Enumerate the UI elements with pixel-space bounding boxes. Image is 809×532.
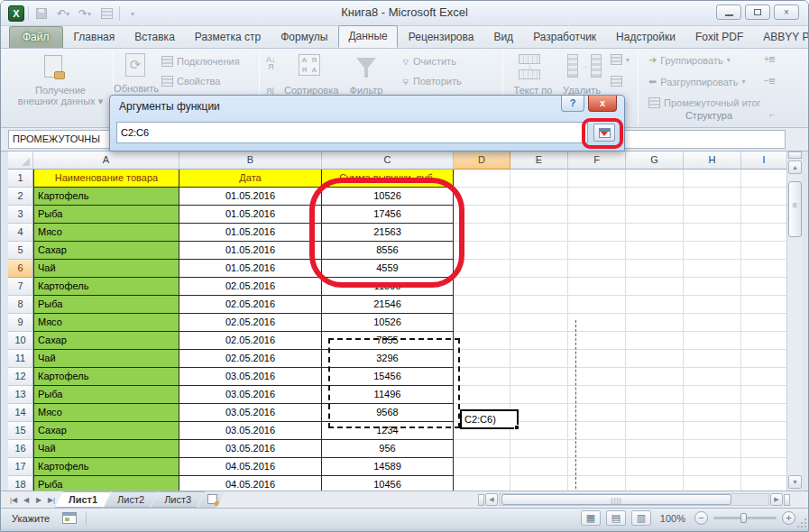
cell[interactable]: Наименование товара [33, 170, 179, 188]
cell[interactable] [568, 296, 626, 314]
cell[interactable]: Картофель [33, 188, 179, 206]
cell[interactable] [454, 368, 510, 386]
cell[interactable] [510, 458, 568, 476]
cell[interactable]: 03.05.2016 [179, 404, 322, 422]
cell[interactable]: 03.05.2016 [179, 386, 322, 404]
cell[interactable] [741, 476, 787, 491]
cell[interactable] [568, 170, 626, 188]
cell[interactable] [568, 332, 626, 350]
cell[interactable] [510, 440, 568, 458]
cell[interactable] [568, 224, 626, 242]
row-header-2[interactable]: 2 [8, 188, 33, 206]
macro-record-icon[interactable] [62, 512, 77, 524]
cell[interactable] [741, 422, 787, 440]
cell[interactable]: 14589 [322, 458, 454, 476]
cell[interactable] [510, 404, 568, 422]
cell[interactable] [626, 440, 684, 458]
cell[interactable] [568, 314, 626, 332]
cell[interactable]: Мясо [33, 314, 179, 332]
cell[interactable]: Рыба [33, 206, 179, 224]
subtotal-button[interactable]: Промежуточный итог [648, 97, 761, 108]
cell[interactable] [684, 296, 741, 314]
cell[interactable]: 03.05.2016 [179, 368, 322, 386]
cell[interactable] [510, 278, 568, 296]
scroll-up-icon[interactable]: ▲ [788, 161, 802, 174]
cell[interactable] [684, 278, 741, 296]
row-header-17[interactable]: 17 [8, 458, 33, 476]
cell[interactable] [626, 188, 684, 206]
cell[interactable]: Сахар [33, 332, 179, 350]
tab-разработчик[interactable]: Разработчик [524, 27, 605, 48]
zoom-slider-thumb[interactable] [740, 513, 747, 523]
cell[interactable] [741, 440, 787, 458]
h-scroll-thumb[interactable]: |||| [501, 494, 731, 505]
cell[interactable] [454, 314, 510, 332]
next-sheet-icon[interactable]: ▶ [33, 496, 44, 504]
cell[interactable] [454, 476, 510, 491]
restore-button[interactable] [745, 5, 770, 20]
cell[interactable] [568, 242, 626, 260]
tab-формулы[interactable]: Формулы [271, 27, 336, 48]
column-header-H[interactable]: H [684, 151, 741, 170]
cell[interactable] [510, 170, 568, 188]
get-external-data-button[interactable]: Получение внешних данных ▾ [14, 85, 107, 107]
reapply-filter-button[interactable]: 🜃Повторить [401, 76, 462, 87]
cell[interactable] [684, 188, 741, 206]
cell[interactable]: Мясо [33, 224, 179, 242]
row-header-11[interactable]: 11 [8, 350, 33, 368]
row-header-10[interactable]: 10 [8, 332, 33, 350]
column-header-I[interactable]: I [741, 151, 787, 170]
first-sheet-icon[interactable]: |◀ [8, 496, 19, 504]
cell[interactable] [510, 188, 568, 206]
cell[interactable] [626, 278, 684, 296]
cell[interactable] [568, 260, 626, 278]
cell[interactable]: 21546 [322, 296, 454, 314]
cell[interactable]: 10526 [322, 314, 454, 332]
cell[interactable] [626, 260, 684, 278]
refresh-button[interactable]: Обновить [113, 83, 160, 94]
tab-abbyy-pdf-tra[interactable]: ABBYY PDF Tra [754, 27, 809, 48]
tab-данные[interactable]: Данные [338, 25, 397, 48]
cell[interactable]: 02.05.2016 [179, 332, 322, 350]
cell[interactable]: 02.05.2016 [179, 314, 322, 332]
cell[interactable]: 04.05.2016 [179, 476, 322, 491]
select-all-corner[interactable] [8, 151, 33, 170]
v-scroll-thumb[interactable] [788, 181, 802, 237]
cell[interactable] [510, 224, 568, 242]
row-header-13[interactable]: 13 [8, 386, 33, 404]
cell[interactable] [510, 332, 568, 350]
cell[interactable] [510, 260, 568, 278]
cell[interactable] [684, 260, 741, 278]
cell[interactable] [684, 440, 741, 458]
cell[interactable] [741, 224, 787, 242]
cell[interactable] [510, 386, 568, 404]
zoom-slider[interactable] [713, 517, 777, 519]
cell[interactable]: Картофель [33, 278, 179, 296]
name-box[interactable]: ПРОМЕЖУТОЧНЫ [8, 130, 118, 149]
structure-dialog-launcher-icon[interactable]: ⌐ [769, 110, 774, 119]
cell[interactable] [568, 386, 626, 404]
cell[interactable]: 03.05.2016 [179, 422, 322, 440]
row-header-12[interactable]: 12 [8, 368, 33, 386]
cell[interactable] [741, 296, 787, 314]
scroll-left-icon[interactable]: ◀ [485, 493, 498, 506]
v-split-handle[interactable] [788, 151, 802, 159]
page-break-view-icon[interactable]: ▥ [631, 510, 651, 526]
tab-рецензирова[interactable]: Рецензирова [400, 27, 483, 48]
row-header-14[interactable]: 14 [8, 404, 33, 422]
cell[interactable] [510, 476, 568, 491]
data-validation-icon[interactable]: ▾ [611, 54, 630, 65]
column-header-C[interactable]: C [322, 151, 454, 170]
cell[interactable]: 01.05.2016 [179, 224, 322, 242]
clear-filter-button[interactable]: 🜄Очистить [401, 56, 456, 67]
cell[interactable]: 03.05.2016 [179, 440, 322, 458]
cell[interactable] [454, 350, 510, 368]
row-header-15[interactable]: 15 [8, 422, 33, 440]
cell[interactable]: 01.05.2016 [179, 260, 322, 278]
cell[interactable] [568, 188, 626, 206]
close-button[interactable]: × [774, 5, 799, 20]
cell[interactable] [568, 368, 626, 386]
active-cell-d6[interactable]: C2:C6) [460, 409, 519, 429]
cell[interactable]: Сахар [33, 242, 179, 260]
cell[interactable] [684, 422, 741, 440]
